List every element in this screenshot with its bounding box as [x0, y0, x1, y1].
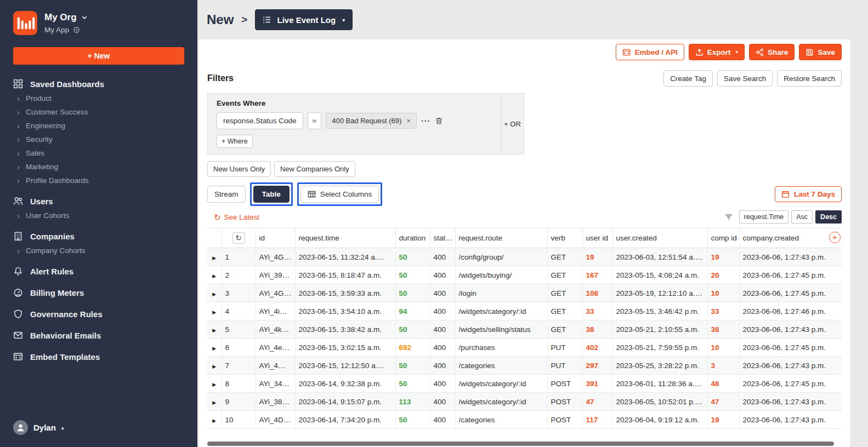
sidebar-item-embed-templates[interactable]: Embed Templates — [13, 352, 184, 362]
horizontal-scrollbar[interactable] — [207, 442, 834, 446]
new-companies-only-button[interactable]: New Companies Only — [274, 161, 355, 177]
sidebar-item-marketing[interactable]: ›Marketing — [17, 163, 184, 171]
sidebar-item-alert-rules[interactable]: Alert Rules — [13, 266, 184, 276]
delete-condition-icon[interactable] — [435, 117, 443, 125]
select-columns-button[interactable]: Select Columns — [300, 186, 379, 203]
expand-row-icon[interactable]: ▶ — [212, 382, 216, 387]
tab-stream[interactable]: Stream — [207, 186, 246, 203]
sidebar-item-user-cohorts[interactable]: ›User Cohorts — [17, 211, 184, 220]
table-row[interactable]: ▶ 4 AYi_4i… 2023-06-15, 3:54:10 a.m. 94 … — [207, 302, 842, 320]
table-row[interactable]: ▶ 9 AYi_38… 2023-06-14, 9:15:07 p.m. 113… — [207, 393, 842, 411]
cell-user-id[interactable]: 297 — [582, 357, 612, 375]
date-range-button[interactable]: Last 7 Days — [775, 186, 842, 202]
moesif-logo[interactable] — [13, 11, 37, 35]
sidebar-item-sales[interactable]: ›Sales — [17, 149, 184, 157]
expand-row-icon[interactable]: ▶ — [212, 255, 216, 261]
sidebar-item-users[interactable]: Users — [13, 196, 184, 206]
table-row[interactable]: ▶ 1 AYi_4G… 2023-06-15, 11:32:24 a.… 50 … — [207, 248, 842, 266]
cell-user-id[interactable]: 47 — [582, 393, 612, 411]
column-header-comp-id[interactable]: comp id — [707, 228, 739, 248]
sort-desc-button[interactable]: Desc — [815, 210, 842, 224]
cell-comp-id[interactable]: 33 — [707, 302, 739, 320]
add-or-button[interactable]: + OR — [504, 120, 521, 128]
sort-asc-button[interactable]: Asc — [791, 210, 813, 224]
sidebar-item-company-cohorts[interactable]: ›Company Cohorts — [17, 247, 184, 255]
column-header-id[interactable]: id — [256, 228, 295, 248]
remove-filter-value-icon[interactable]: × — [406, 117, 411, 125]
sidebar-item-companies[interactable]: Companies — [13, 231, 184, 241]
column-header-request-time[interactable]: request.time — [295, 228, 395, 248]
cell-user-id[interactable]: 33 — [582, 302, 612, 320]
save-search-button[interactable]: Save Search — [717, 70, 773, 87]
table-row[interactable]: ▶ 5 AYi_4k… 2023-06-15, 3:38:42 a.m. 50 … — [207, 320, 842, 339]
cell-user-id[interactable]: 167 — [582, 266, 612, 284]
tab-table[interactable]: Table — [253, 186, 290, 203]
table-row[interactable]: ▶ 8 AYi_34… 2023-06-14, 9:32:38 p.m. 50 … — [207, 375, 842, 393]
cell-user-id[interactable]: 117 — [582, 411, 612, 429]
column-header-user-id[interactable]: user id — [582, 228, 612, 248]
table-row[interactable]: ▶ 3 AYi_4G… 2023-06-15, 3:59:33 a.m. 50 … — [207, 284, 842, 302]
more-options-button[interactable]: ··· — [421, 117, 430, 125]
table-row[interactable]: ▶ 2 AYi_39… 2023-06-15, 8:18:47 a.m. 50 … — [207, 266, 842, 284]
expand-row-icon[interactable]: ▶ — [212, 346, 216, 351]
export-button[interactable]: Export ▾ — [689, 44, 745, 60]
add-where-button[interactable]: + Where — [217, 135, 253, 148]
filter-field-button[interactable]: response.Status Code — [217, 112, 303, 129]
expand-row-icon[interactable]: ▶ — [212, 328, 216, 333]
cell-comp-id[interactable]: 47 — [707, 393, 739, 411]
create-tag-button[interactable]: Create Tag — [663, 70, 713, 87]
column-header-duration[interactable]: duration — [395, 228, 430, 248]
sidebar-item-governance-rules[interactable]: Governance Rules — [13, 309, 184, 319]
sidebar-item-customer-success[interactable]: ›Customer Success — [17, 108, 184, 116]
refresh-table-button[interactable]: ↻ — [232, 232, 245, 244]
expand-row-icon[interactable]: ▶ — [212, 273, 216, 279]
cell-user-id[interactable]: 391 — [582, 375, 612, 393]
cell-comp-id[interactable]: 19 — [707, 248, 739, 266]
sidebar-item-engineering[interactable]: ›Engineering — [17, 122, 184, 130]
add-column-button[interactable]: + — [829, 232, 841, 243]
column-header-request-route[interactable]: request.route — [455, 228, 547, 248]
cell-comp-id[interactable]: 10 — [707, 339, 739, 357]
save-button[interactable]: Save — [799, 44, 842, 60]
filter-operator-button[interactable]: = — [308, 112, 322, 129]
table-row[interactable]: ▶ 10 AYi_4D… 2023-06-14, 7:34:20 p.m. 50… — [207, 411, 842, 429]
embed-api-button[interactable]: Embed / API — [616, 44, 684, 60]
app-switcher[interactable]: My App — [44, 26, 88, 34]
cell-comp-id[interactable]: 20 — [707, 266, 739, 284]
sort-field[interactable]: request.Time — [739, 210, 788, 224]
new-users-only-button[interactable]: New Users Only — [207, 161, 271, 177]
see-latest-link[interactable]: ↻ See Latest — [214, 213, 259, 221]
cell-user-id[interactable]: 19 — [582, 248, 612, 266]
cell-comp-id[interactable]: 3 — [707, 357, 739, 375]
column-header-stat[interactable]: stat… — [430, 228, 455, 248]
view-selector-button[interactable]: Live Event Log ▾ — [255, 9, 353, 30]
column-header-company-created[interactable]: company.created — [739, 228, 842, 248]
expand-row-icon[interactable]: ▶ — [212, 364, 216, 369]
sidebar-item-saved-dashboards[interactable]: Saved Dashboards — [13, 79, 184, 89]
table-row[interactable]: ▶ 7 AYi_4… 2023-06-15, 12:12:50 a.… 50 4… — [207, 357, 842, 375]
column-header-verb[interactable]: verb — [547, 228, 582, 248]
sidebar-item-product[interactable]: ›Product — [17, 94, 184, 102]
column-header-user-created[interactable]: user.created — [612, 228, 707, 248]
cell-comp-id[interactable]: 48 — [707, 375, 739, 393]
cell-comp-id[interactable]: 19 — [707, 411, 739, 429]
expand-row-icon[interactable]: ▶ — [212, 291, 216, 297]
expand-row-icon[interactable]: ▶ — [212, 418, 216, 423]
sidebar-item-billing-meters[interactable]: Billing Meters — [13, 288, 184, 297]
filter-funnel-icon[interactable] — [724, 213, 733, 221]
cell-user-id[interactable]: 402 — [582, 339, 612, 357]
cell-comp-id[interactable]: 38 — [707, 320, 739, 339]
org-switcher[interactable]: My Org — [44, 12, 88, 23]
table-row[interactable]: ▶ 6 AYi_4e… 2023-06-15, 3:02:15 a.m. 692… — [207, 339, 842, 357]
restore-search-button[interactable]: Restore Search — [777, 70, 842, 87]
sidebar-item-profile-dashboards[interactable]: ›Profile Dashboards — [17, 176, 184, 185]
sidebar-item-behavioral-emails[interactable]: Behavioral Emails — [13, 330, 184, 340]
expand-row-icon[interactable]: ▶ — [212, 400, 216, 405]
share-button[interactable]: Share — [749, 44, 795, 60]
sidebar-item-security[interactable]: ›Security — [17, 135, 184, 144]
cell-user-id[interactable]: 108 — [582, 284, 612, 302]
expand-row-icon[interactable]: ▶ — [212, 310, 216, 315]
filter-value-tag[interactable]: 400 Bad Request (69) × — [326, 113, 417, 129]
cell-user-id[interactable]: 38 — [582, 320, 612, 339]
cell-comp-id[interactable]: 10 — [707, 284, 739, 302]
